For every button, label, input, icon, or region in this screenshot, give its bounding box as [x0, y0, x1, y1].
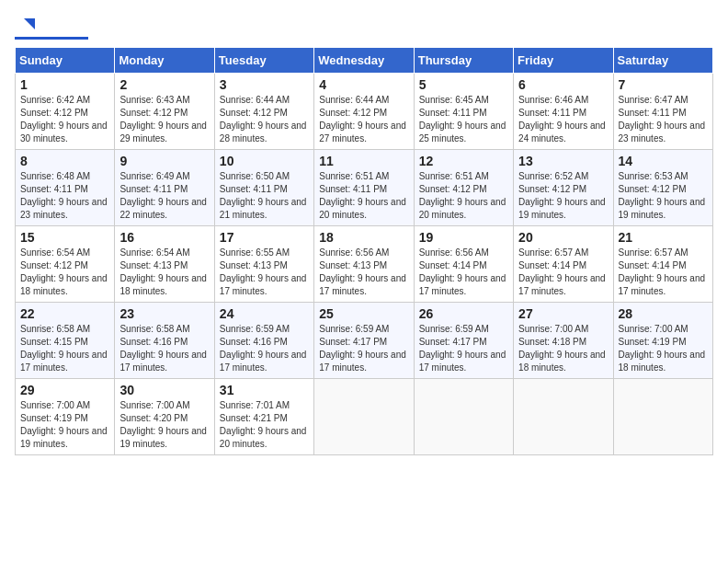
calendar-week-row: 15Sunrise: 6:54 AMSunset: 4:12 PMDayligh… — [16, 226, 713, 303]
day-header-tuesday: Tuesday — [214, 48, 313, 74]
day-number: 27 — [518, 306, 608, 321]
day-info: Sunrise: 6:58 AMSunset: 4:16 PMDaylight:… — [119, 323, 209, 374]
calendar-cell: 4Sunrise: 6:44 AMSunset: 4:12 PMDaylight… — [314, 74, 414, 150]
day-info: Sunrise: 6:53 AMSunset: 4:12 PMDaylight:… — [619, 170, 708, 222]
calendar-header-row: SundayMondayTuesdayWednesdayThursdayFrid… — [16, 48, 713, 74]
svg-marker-0 — [24, 18, 35, 29]
day-header-sunday: Sunday — [16, 48, 115, 74]
day-info: Sunrise: 6:57 AMSunset: 4:14 PMDaylight:… — [619, 247, 708, 298]
day-info: Sunrise: 6:50 AMSunset: 4:11 PMDaylight:… — [220, 170, 309, 222]
day-number: 9 — [119, 154, 209, 168]
day-info: Sunrise: 7:01 AMSunset: 4:21 PMDaylight:… — [220, 399, 309, 451]
calendar-cell: 26Sunrise: 6:59 AMSunset: 4:17 PMDayligh… — [414, 303, 513, 379]
calendar-cell: 2Sunrise: 6:43 AMSunset: 4:12 PMDaylight… — [115, 74, 214, 150]
day-header-friday: Friday — [514, 48, 613, 74]
day-info: Sunrise: 6:43 AMSunset: 4:12 PMDaylight:… — [119, 94, 209, 145]
day-number: 17 — [220, 230, 309, 245]
day-number: 1 — [20, 77, 109, 92]
day-info: Sunrise: 6:57 AMSunset: 4:14 PMDaylight:… — [518, 247, 608, 298]
page-header — [15, 15, 713, 40]
calendar-cell: 7Sunrise: 6:47 AMSunset: 4:11 PMDaylight… — [613, 74, 712, 150]
day-info: Sunrise: 7:00 AMSunset: 4:20 PMDaylight:… — [119, 399, 209, 451]
calendar-cell — [414, 379, 513, 455]
day-number: 3 — [220, 77, 309, 92]
calendar-cell: 21Sunrise: 6:57 AMSunset: 4:14 PMDayligh… — [613, 226, 712, 303]
calendar-cell: 14Sunrise: 6:53 AMSunset: 4:12 PMDayligh… — [613, 150, 712, 226]
calendar-table: SundayMondayTuesdayWednesdayThursdayFrid… — [15, 47, 713, 455]
calendar-cell: 1Sunrise: 6:42 AMSunset: 4:12 PMDaylight… — [16, 74, 115, 150]
day-header-monday: Monday — [115, 48, 214, 74]
day-header-saturday: Saturday — [613, 48, 712, 74]
calendar-cell: 5Sunrise: 6:45 AMSunset: 4:11 PMDaylight… — [414, 74, 513, 150]
day-number: 10 — [220, 154, 309, 168]
day-info: Sunrise: 7:00 AMSunset: 4:19 PMDaylight:… — [20, 399, 109, 451]
day-number: 23 — [119, 306, 209, 321]
day-number: 31 — [220, 383, 309, 397]
calendar-cell: 3Sunrise: 6:44 AMSunset: 4:12 PMDaylight… — [214, 74, 313, 150]
calendar-cell: 17Sunrise: 6:55 AMSunset: 4:13 PMDayligh… — [214, 226, 313, 303]
day-header-thursday: Thursday — [414, 48, 513, 74]
day-number: 25 — [319, 306, 408, 321]
day-info: Sunrise: 6:55 AMSunset: 4:13 PMDaylight:… — [220, 247, 309, 298]
day-info: Sunrise: 6:47 AMSunset: 4:11 PMDaylight:… — [619, 94, 708, 145]
day-number: 29 — [20, 383, 109, 397]
day-info: Sunrise: 6:44 AMSunset: 4:12 PMDaylight:… — [220, 94, 309, 145]
calendar-cell: 22Sunrise: 6:58 AMSunset: 4:15 PMDayligh… — [16, 303, 115, 379]
logo-icon — [17, 15, 37, 35]
day-number: 4 — [319, 77, 408, 92]
day-number: 13 — [518, 154, 608, 168]
day-number: 21 — [619, 230, 708, 245]
day-number: 12 — [419, 154, 508, 168]
calendar-cell: 20Sunrise: 6:57 AMSunset: 4:14 PMDayligh… — [514, 226, 613, 303]
day-number: 28 — [619, 306, 708, 321]
calendar-cell: 19Sunrise: 6:56 AMSunset: 4:14 PMDayligh… — [414, 226, 513, 303]
day-info: Sunrise: 6:52 AMSunset: 4:12 PMDaylight:… — [518, 170, 608, 222]
calendar-cell: 10Sunrise: 6:50 AMSunset: 4:11 PMDayligh… — [214, 150, 313, 226]
calendar-cell — [314, 379, 414, 455]
day-header-wednesday: Wednesday — [314, 48, 414, 74]
calendar-cell: 30Sunrise: 7:00 AMSunset: 4:20 PMDayligh… — [115, 379, 214, 455]
day-info: Sunrise: 7:00 AMSunset: 4:19 PMDaylight:… — [619, 323, 708, 374]
day-number: 8 — [20, 154, 109, 168]
day-info: Sunrise: 6:45 AMSunset: 4:11 PMDaylight:… — [419, 94, 508, 145]
day-number: 14 — [619, 154, 708, 168]
calendar-cell: 24Sunrise: 6:59 AMSunset: 4:16 PMDayligh… — [214, 303, 313, 379]
day-number: 26 — [419, 306, 508, 321]
day-number: 30 — [119, 383, 209, 397]
calendar-week-row: 29Sunrise: 7:00 AMSunset: 4:19 PMDayligh… — [16, 379, 713, 455]
calendar-cell: 16Sunrise: 6:54 AMSunset: 4:13 PMDayligh… — [115, 226, 214, 303]
day-number: 2 — [119, 77, 209, 92]
day-number: 6 — [518, 77, 608, 92]
day-number: 15 — [20, 230, 109, 245]
calendar-cell: 31Sunrise: 7:01 AMSunset: 4:21 PMDayligh… — [214, 379, 313, 455]
calendar-cell: 9Sunrise: 6:49 AMSunset: 4:11 PMDaylight… — [115, 150, 214, 226]
logo — [15, 15, 88, 40]
calendar-cell: 28Sunrise: 7:00 AMSunset: 4:19 PMDayligh… — [613, 303, 712, 379]
calendar-cell: 23Sunrise: 6:58 AMSunset: 4:16 PMDayligh… — [115, 303, 214, 379]
day-info: Sunrise: 6:44 AMSunset: 4:12 PMDaylight:… — [319, 94, 408, 145]
calendar-week-row: 1Sunrise: 6:42 AMSunset: 4:12 PMDaylight… — [16, 74, 713, 150]
calendar-cell: 12Sunrise: 6:51 AMSunset: 4:12 PMDayligh… — [414, 150, 513, 226]
day-info: Sunrise: 6:51 AMSunset: 4:11 PMDaylight:… — [319, 170, 408, 222]
day-number: 7 — [619, 77, 708, 92]
day-info: Sunrise: 6:59 AMSunset: 4:17 PMDaylight:… — [319, 323, 408, 374]
day-info: Sunrise: 6:56 AMSunset: 4:14 PMDaylight:… — [419, 247, 508, 298]
day-info: Sunrise: 6:48 AMSunset: 4:11 PMDaylight:… — [20, 170, 109, 222]
day-number: 19 — [419, 230, 508, 245]
day-info: Sunrise: 6:51 AMSunset: 4:12 PMDaylight:… — [419, 170, 508, 222]
day-info: Sunrise: 6:54 AMSunset: 4:13 PMDaylight:… — [119, 247, 209, 298]
day-info: Sunrise: 6:59 AMSunset: 4:16 PMDaylight:… — [220, 323, 309, 374]
logo-underline — [15, 37, 88, 40]
day-number: 5 — [419, 77, 508, 92]
day-info: Sunrise: 6:59 AMSunset: 4:17 PMDaylight:… — [419, 323, 508, 374]
day-number: 16 — [119, 230, 209, 245]
day-info: Sunrise: 7:00 AMSunset: 4:18 PMDaylight:… — [518, 323, 608, 374]
calendar-cell: 8Sunrise: 6:48 AMSunset: 4:11 PMDaylight… — [16, 150, 115, 226]
calendar-cell: 6Sunrise: 6:46 AMSunset: 4:11 PMDaylight… — [514, 74, 613, 150]
day-info: Sunrise: 6:56 AMSunset: 4:13 PMDaylight:… — [319, 247, 408, 298]
calendar-cell: 13Sunrise: 6:52 AMSunset: 4:12 PMDayligh… — [514, 150, 613, 226]
calendar-cell — [514, 379, 613, 455]
day-info: Sunrise: 6:49 AMSunset: 4:11 PMDaylight:… — [119, 170, 209, 222]
day-number: 18 — [319, 230, 408, 245]
day-info: Sunrise: 6:46 AMSunset: 4:11 PMDaylight:… — [518, 94, 608, 145]
